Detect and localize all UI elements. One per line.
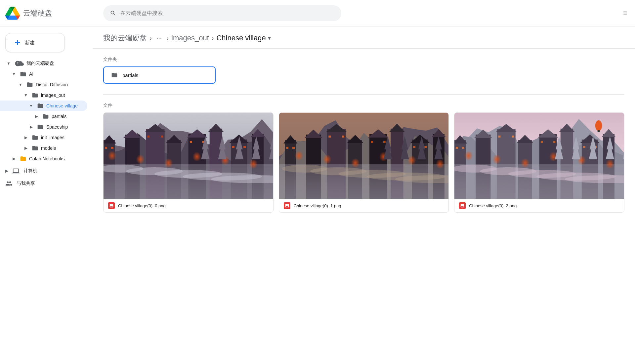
- file-type-icon-2: [459, 202, 466, 209]
- expand-arrow-colab: ▶: [11, 155, 17, 162]
- folder-icon-init-images: [32, 134, 38, 141]
- folder-icon-ai: [20, 71, 26, 77]
- sidebar-item-chinese-village[interactable]: ▼ Chinese village: [0, 101, 87, 111]
- folder-icon-spaceship: [37, 124, 44, 130]
- sidebar-item-init-images-label: init_images: [41, 135, 64, 140]
- sidebar-item-disco-label: Disco_Diffusion: [36, 82, 68, 87]
- computer-icon: [12, 167, 20, 175]
- file-grid: Chinese village(0)_0.png Chinese village…: [103, 112, 624, 213]
- sidebar-item-computer[interactable]: ▶ 计算机: [0, 165, 93, 177]
- sidebar-item-models-label: models: [41, 145, 56, 151]
- new-button[interactable]: 新建: [5, 33, 65, 52]
- cloud-icon: [17, 60, 24, 67]
- expand-arrow-images-out: ▼: [22, 92, 29, 99]
- expand-arrow-spaceship: ▶: [28, 124, 34, 130]
- main-layout: 新建 ▼ 我的云端硬盘 ▼ AI: [0, 26, 635, 364]
- file-name-0: Chinese village(0)_0.png: [118, 203, 166, 208]
- expand-arrow-ai: ▼: [11, 71, 17, 77]
- sidebar-item-my-drive[interactable]: ▼ 我的云端硬盘: [0, 58, 87, 69]
- folders-section-label: 文件夹: [103, 57, 624, 62]
- breadcrumb-sep-3: ›: [212, 34, 214, 42]
- breadcrumb-images-out[interactable]: images_out: [171, 34, 209, 42]
- folder-icon-chinese-village: [37, 102, 44, 109]
- sidebar-item-shared[interactable]: 与我共享: [0, 177, 93, 190]
- expand-arrow-my-drive: ▼: [5, 60, 12, 67]
- expand-arrow-partials: ▶: [33, 113, 40, 120]
- file-type-icon-1: [284, 202, 290, 209]
- folder-icon-models: [32, 145, 38, 151]
- breadcrumb-current: Chinese village ▾: [216, 34, 271, 42]
- file-card-0[interactable]: Chinese village(0)_0.png: [103, 112, 274, 213]
- sidebar-item-ai[interactable]: ▼ AI: [0, 69, 87, 79]
- breadcrumb-sep-2: ›: [166, 34, 169, 42]
- sidebar-item-my-drive-label: 我的云端硬盘: [26, 61, 54, 66]
- files-section-label: 文件: [103, 102, 624, 108]
- image-icon-0: [109, 203, 114, 208]
- file-card-1[interactable]: Chinese village(0)_1.png: [279, 112, 449, 213]
- file-info-0: Chinese village(0)_0.png: [104, 199, 273, 212]
- expand-arrow-models: ▶: [22, 145, 29, 151]
- sidebar-item-spaceship[interactable]: ▶ Spaceship: [0, 122, 87, 132]
- file-thumb-2: [454, 113, 624, 199]
- sidebar-item-partials[interactable]: ▶ partials: [0, 111, 87, 122]
- file-info-2: Chinese village(0)_2.png: [454, 199, 624, 212]
- menu-icon[interactable]: ≡: [620, 7, 630, 20]
- search-icon: [110, 10, 116, 17]
- folder-card-partials-label: partials: [122, 72, 138, 78]
- shared-icon: [5, 180, 13, 187]
- expand-arrow-disco: ▼: [17, 81, 24, 88]
- drive-logo-icon: [5, 6, 20, 20]
- plus-icon: [14, 39, 21, 47]
- search-input[interactable]: [120, 10, 335, 16]
- breadcrumb-my-drive[interactable]: 我的云端硬盘: [103, 33, 147, 43]
- file-name-1: Chinese village(0)_1.png: [294, 203, 341, 208]
- file-thumb-1: [279, 113, 449, 199]
- expand-arrow-chinese-village: ▼: [28, 102, 34, 109]
- header-right: ≡: [620, 7, 630, 20]
- divider: [103, 94, 624, 95]
- file-card-2[interactable]: Chinese village(0)_2.png: [454, 112, 624, 213]
- sidebar: 新建 ▼ 我的云端硬盘 ▼ AI: [0, 26, 93, 364]
- sidebar-item-computer-label: 计算机: [23, 168, 37, 174]
- sidebar-tree: ▼ 我的云端硬盘 ▼ AI ▼: [0, 58, 93, 165]
- folder-card-partials[interactable]: partials: [103, 66, 216, 84]
- file-info-1: Chinese village(0)_1.png: [279, 199, 449, 212]
- content-area: 文件夹 partials 文件: [93, 49, 635, 221]
- breadcrumb-current-label: Chinese village: [216, 34, 266, 42]
- breadcrumb-dropdown-arrow[interactable]: ▾: [268, 34, 271, 42]
- folder-icon-partials: [42, 113, 49, 120]
- sidebar-item-shared-label: 与我共享: [17, 181, 35, 186]
- folder-icon-colab: [20, 155, 26, 162]
- file-thumb-0: [104, 113, 273, 199]
- file-type-icon-0: [108, 202, 115, 209]
- folder-card-icon-partials: [110, 72, 118, 78]
- folder-icon-disco: [26, 81, 33, 88]
- expand-arrow-computer: ▶: [5, 169, 8, 173]
- sidebar-item-images-out-label: images_out: [41, 93, 65, 98]
- sidebar-item-colab[interactable]: ▶ Colab Notebooks: [0, 153, 87, 164]
- breadcrumb: 我的云端硬盘 › ··· › images_out › Chinese vill…: [93, 26, 635, 49]
- sidebar-item-chinese-village-label: Chinese village: [46, 103, 78, 108]
- sidebar-item-images-out[interactable]: ▼ images_out: [0, 90, 87, 101]
- logo-area: 云端硬盘: [5, 6, 98, 20]
- new-button-label: 新建: [25, 40, 35, 46]
- folder-icon-images-out: [32, 92, 38, 99]
- sidebar-item-disco-diffusion[interactable]: ▼ Disco_Diffusion: [0, 79, 87, 90]
- folder-grid: partials: [103, 66, 624, 84]
- app-header: 云端硬盘 ≡: [0, 0, 635, 26]
- sidebar-item-colab-label: Colab Notebooks: [29, 156, 64, 161]
- expand-arrow-init-images: ▶: [22, 134, 29, 141]
- search-bar[interactable]: [103, 5, 341, 21]
- app-title: 云端硬盘: [23, 8, 52, 18]
- breadcrumb-dots[interactable]: ···: [154, 34, 164, 43]
- sidebar-item-partials-label: partials: [52, 114, 66, 119]
- sidebar-item-models[interactable]: ▶ models: [0, 143, 87, 153]
- file-name-2: Chinese village(0)_2.png: [469, 203, 517, 208]
- breadcrumb-sep-1: ›: [149, 34, 152, 42]
- sidebar-item-spaceship-label: Spaceship: [46, 124, 68, 130]
- sidebar-item-init-images[interactable]: ▶ init_images: [0, 132, 87, 143]
- image-icon-2: [460, 203, 465, 208]
- sidebar-item-ai-label: AI: [29, 71, 33, 77]
- main-content: 我的云端硬盘 › ··· › images_out › Chinese vill…: [93, 26, 635, 364]
- image-icon-1: [285, 203, 289, 208]
